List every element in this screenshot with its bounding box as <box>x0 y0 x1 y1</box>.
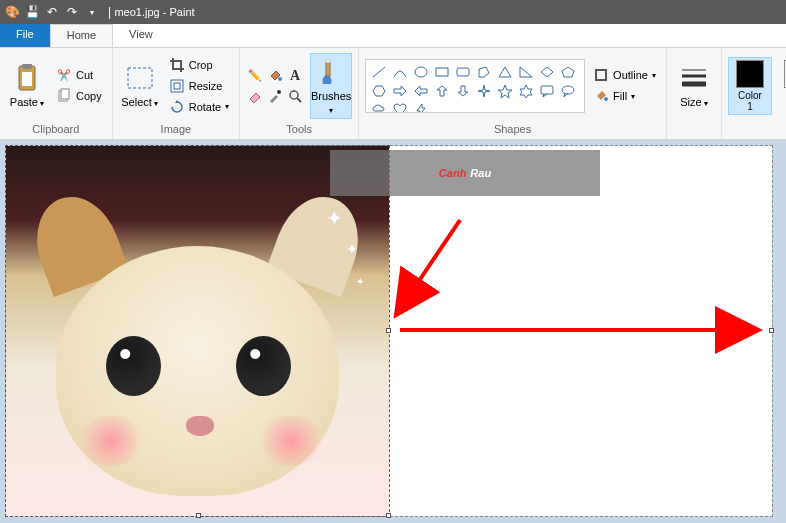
size-label: Size <box>680 96 708 109</box>
shape-line-icon[interactable] <box>370 64 388 80</box>
group-clipboard: Paste ✂️ Cut Copy Clipboard <box>0 48 113 139</box>
rotate-button[interactable]: Rotate ▾ <box>165 97 233 117</box>
cut-button[interactable]: ✂️ Cut <box>52 65 106 85</box>
cut-icon: ✂️ <box>56 67 72 83</box>
picker-icon[interactable] <box>266 87 284 105</box>
shapes-gallery[interactable] <box>365 59 585 113</box>
rotate-icon <box>169 99 185 115</box>
shape-star4-icon[interactable] <box>475 83 493 99</box>
crop-button[interactable]: Crop <box>165 55 233 75</box>
canvas[interactable]: ✦ ✦ ✦ <box>6 146 772 516</box>
eraser-icon[interactable] <box>246 87 264 105</box>
app-icon: 🎨 <box>4 4 20 20</box>
color2-button[interactable]: Color 2 <box>776 57 786 115</box>
svg-line-11 <box>297 98 301 102</box>
pencil-icon[interactable]: ✏️ <box>246 67 264 85</box>
svg-rect-7 <box>174 83 180 89</box>
cat-image: ✦ ✦ ✦ <box>6 146 389 516</box>
svg-rect-16 <box>436 68 448 76</box>
svg-rect-17 <box>457 68 469 76</box>
shape-hexagon-icon[interactable] <box>370 83 388 99</box>
shape-callout-rect-icon[interactable] <box>538 83 556 99</box>
fill-icon <box>593 88 609 104</box>
shape-callout-oval-icon[interactable] <box>559 83 577 99</box>
select-button[interactable]: Select <box>119 53 161 119</box>
ribbon-tabs: File Home View <box>0 24 786 48</box>
magnifier-icon[interactable] <box>286 87 304 105</box>
title-bar: 🎨 💾 ↶ ↷ ▾ | meo1.jpg - Paint <box>0 0 786 24</box>
group-shapes: Outline ▾ Fill ▾ Shapes <box>359 48 667 139</box>
paste-icon <box>11 62 43 94</box>
size-icon <box>678 62 710 94</box>
color1-button[interactable]: Color 1 <box>728 57 772 115</box>
shape-heart-icon[interactable] <box>391 102 409 113</box>
svg-point-19 <box>562 86 574 94</box>
svg-rect-18 <box>541 86 553 94</box>
canvas-resize-handle[interactable] <box>769 328 774 333</box>
svg-rect-1 <box>22 64 32 69</box>
text-icon[interactable]: A <box>286 67 304 85</box>
copy-button[interactable]: Copy <box>52 86 106 106</box>
svg-rect-12 <box>326 62 330 76</box>
shape-callout-cloud-icon[interactable] <box>370 102 388 113</box>
shape-lightning-icon[interactable] <box>412 102 430 113</box>
cut-label: Cut <box>76 69 93 81</box>
redo-icon[interactable]: ↷ <box>64 4 80 20</box>
shape-triangle-icon[interactable] <box>496 64 514 80</box>
bucket-icon[interactable] <box>266 67 284 85</box>
copy-icon <box>56 88 72 104</box>
rotate-label: Rotate <box>189 101 221 113</box>
group-tools-label: Tools <box>246 121 352 137</box>
ribbon: Paste ✂️ Cut Copy Clipboard <box>0 48 786 140</box>
canvas-workspace: ✦ ✦ ✦ Canh Rau <box>0 140 786 523</box>
crop-icon <box>169 57 185 73</box>
image-selection[interactable]: ✦ ✦ ✦ <box>6 146 389 516</box>
shape-roundrect-icon[interactable] <box>454 64 472 80</box>
shape-rtriangle-icon[interactable] <box>517 64 535 80</box>
shape-polygon-icon[interactable] <box>475 64 493 80</box>
quick-access-toolbar: 🎨 💾 ↶ ↷ ▾ <box>4 4 100 20</box>
resize-label: Resize <box>189 80 223 92</box>
color1-label: Color 1 <box>738 90 762 112</box>
qat-dropdown-icon[interactable]: ▾ <box>84 4 100 20</box>
svg-point-22 <box>604 97 608 101</box>
paste-button[interactable]: Paste <box>6 53 48 119</box>
save-icon[interactable]: 💾 <box>24 4 40 20</box>
tab-home[interactable]: Home <box>50 24 113 47</box>
group-tools: ✏️ A Brushes <box>240 48 359 139</box>
svg-point-15 <box>415 67 427 77</box>
select-label: Select <box>121 96 158 109</box>
tab-view[interactable]: View <box>113 24 169 47</box>
shape-diamond-icon[interactable] <box>538 64 556 80</box>
shape-curve-icon[interactable] <box>391 64 409 80</box>
shape-outline-button[interactable]: Outline ▾ <box>589 65 660 85</box>
outline-label: Outline <box>613 69 648 81</box>
resize-handle[interactable] <box>386 328 391 333</box>
size-button[interactable]: Size <box>673 53 715 119</box>
shape-arrow-right-icon[interactable] <box>391 83 409 99</box>
group-size-label <box>673 121 715 137</box>
group-colors-label <box>728 121 786 137</box>
undo-icon[interactable]: ↶ <box>44 4 60 20</box>
color1-swatch <box>736 60 764 88</box>
shape-oval-icon[interactable] <box>412 64 430 80</box>
tab-file[interactable]: File <box>0 24 50 47</box>
svg-rect-4 <box>61 89 69 99</box>
resize-handle[interactable] <box>196 513 201 518</box>
brushes-button[interactable]: Brushes <box>310 53 352 119</box>
shape-star6-icon[interactable] <box>517 83 535 99</box>
group-image: Select Crop Resize <box>113 48 240 139</box>
group-image-label: Image <box>119 121 233 137</box>
shape-arrow-up-icon[interactable] <box>433 83 451 99</box>
shape-arrow-down-icon[interactable] <box>454 83 472 99</box>
shape-arrow-left-icon[interactable] <box>412 83 430 99</box>
watermark-text-2: Rau <box>470 167 491 179</box>
shape-star5-icon[interactable] <box>496 83 514 99</box>
svg-rect-5 <box>128 68 152 88</box>
brushes-label: Brushes <box>311 90 351 116</box>
shape-fill-button[interactable]: Fill ▾ <box>589 86 660 106</box>
resize-handle[interactable] <box>386 513 391 518</box>
resize-button[interactable]: Resize <box>165 76 233 96</box>
shape-rect-icon[interactable] <box>433 64 451 80</box>
shape-pentagon-icon[interactable] <box>559 64 577 80</box>
